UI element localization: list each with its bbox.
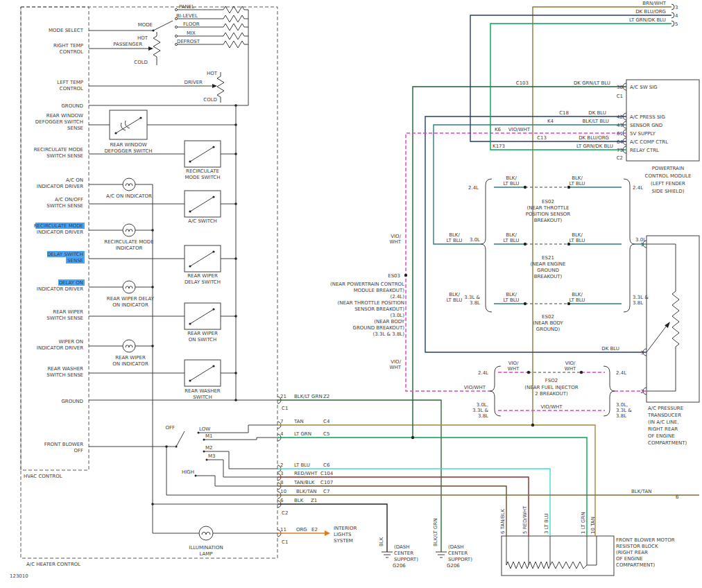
pin-number: 64: [617, 139, 623, 145]
ground-symbol-g206-1: [382, 552, 393, 557]
splice-location-label: 2 BREAKOUT): [535, 391, 568, 397]
rear-window-defogger-switch: [89, 110, 236, 139]
wire-color-label: VIO/: [508, 361, 519, 366]
doc-number: 123010: [10, 573, 28, 579]
splice-name: ES02: [542, 314, 554, 320]
hvac-signal-label: INDICATOR DRIVER: [37, 184, 83, 189]
transducer-potentiometer: [647, 244, 679, 391]
ground-location-label: CENTER: [448, 551, 468, 556]
component-caption: RECIRCULATE: [186, 168, 219, 174]
hvac-signal-label: RECIRCULATE MODE: [34, 147, 83, 153]
pin-number: 2: [280, 462, 283, 468]
component-caption: ON SWITCH: [189, 337, 216, 343]
hvac-signal-label: OFF: [74, 448, 83, 453]
wire-color-label: LT GRN: [294, 431, 311, 437]
resistor-block-elements: [506, 536, 597, 569]
blower-position-label: OFF: [165, 425, 175, 431]
connector-label: C1: [282, 406, 288, 411]
wire-color-label: LT BLU: [570, 181, 585, 187]
pin-number: 10: [280, 489, 286, 494]
wire-color-label: VIO/: [391, 234, 401, 239]
splice-location-label: GROUND: [537, 268, 559, 273]
ground-name: G206: [393, 563, 406, 569]
wire-color-label: WHT: [508, 366, 520, 372]
component-caption: DEFOGGER SWITCH: [104, 148, 152, 154]
pin-number: 11: [280, 527, 286, 533]
splice-location-label: (NEAR POWERTRAIN CONTROL: [330, 282, 404, 287]
hvac-signal-label: INDICATOR DRIVER: [37, 230, 83, 235]
transducer-caption: RIGHT REAR: [648, 426, 678, 432]
ground-location-label: SUPPORT): [394, 557, 418, 562]
blower-position-label: LOW: [199, 426, 210, 432]
mode-position-label: FLOOR: [183, 21, 200, 27]
hvac-signal-label: INDICATOR DRIVER: [37, 286, 83, 292]
blower-position-label: M2: [205, 445, 213, 451]
wire-color-label: TAN/BLK: [293, 480, 315, 485]
component-caption: ILLUMINATION: [189, 545, 223, 551]
splice-location-label: (NEAR BODY: [374, 319, 404, 325]
wire-color-label: BLK/: [449, 232, 460, 238]
component-caption: RECIRCULATE MODE: [104, 239, 153, 245]
hvac-signal-label: REAR WINDOW: [46, 113, 83, 119]
mode-select-switch: [89, 6, 248, 105]
wire-color-label: DK BLU/ORG: [579, 135, 609, 141]
pcm-signal-label: A/C PRESS SIG: [630, 114, 665, 120]
hvac-signal-label-highlighted: DELAY ON: [59, 280, 83, 286]
pin-number: 7: [280, 419, 283, 424]
pin-number: 43: [617, 123, 623, 128]
wire-color-label: RED/WHT: [294, 471, 318, 476]
mode-position-label: DEFROST: [177, 39, 200, 44]
pin-number: 42: [617, 114, 623, 120]
wire-lt-blu: [277, 469, 550, 536]
wire-blk: [277, 504, 387, 552]
blower-position-label: M1: [205, 433, 213, 439]
ground-location-label: SUPPORT): [448, 557, 472, 562]
transducer-caption: TRANSDUCER: [647, 413, 681, 418]
wire-color-label: DK GRN/LT BLU: [574, 80, 610, 86]
pot-cold-label: COLD: [134, 60, 148, 65]
engine-label: 3.8L: [616, 413, 626, 419]
component-caption: REAR WIPER: [187, 273, 218, 279]
wire-color-label: DK BLU/ORG: [635, 9, 666, 15]
wire-color-label: BLK/LT GRN: [294, 394, 323, 399]
pcm-signal-label: SENSOR GND: [630, 123, 662, 128]
wire-color-label: LT BLU: [504, 181, 520, 187]
mode-position-label: MIX: [187, 31, 196, 36]
splice-location-label: (NEAR ENGINE: [530, 261, 565, 267]
hvac-signal-label: REAR WASHER: [48, 366, 84, 372]
hvac-signal-label: DEFOGGER SWITCH: [35, 119, 83, 125]
wire-color-label: DK BLU: [601, 346, 619, 352]
connector-label: K4: [547, 119, 554, 124]
pcm-caption: SIDE SHIELD): [652, 189, 685, 194]
mode-position-label: BI-LEVEL: [176, 13, 198, 19]
blower-position-label: M3: [208, 453, 216, 459]
mode-switch-label: MODE: [138, 22, 153, 28]
hvac-signal-label: SWITCH SENSE: [46, 203, 83, 209]
illumination-lamp: [199, 526, 277, 540]
hvac-signal-label-highlighted: SENSE: [67, 258, 83, 263]
wire-color-label: TAN: [293, 419, 304, 424]
mode-position-label: PANEL: [179, 4, 194, 10]
wire-color-label: BLK/: [506, 232, 517, 238]
top-right-connector-ticks: [671, 4, 674, 26]
hvac-signal-label: GROUND: [61, 103, 83, 109]
hvac-signal-label: MODE SELECT: [49, 28, 84, 33]
interior-lights-arrow: [325, 530, 330, 536]
connector-label: C13: [537, 135, 547, 141]
blower-resistor-block-box: [502, 536, 614, 576]
ground-location-label: (DASH: [448, 544, 464, 550]
circuit-label: C4: [323, 419, 330, 424]
passenger-temp-potentiometer: [89, 32, 160, 65]
component-caption: REAR WIPER DELAY: [107, 296, 155, 302]
splice-location-label: (NEAR FUEL INJECTOR: [524, 385, 578, 390]
component-caption: REAR WINDOW: [110, 142, 146, 148]
pcm-caption: (LEFT FENDER: [651, 181, 685, 187]
wire-color-label: LT BLU: [447, 297, 463, 303]
resistor-block-caption: OF ENGINE: [616, 556, 643, 562]
ground-location-label: (DASH: [394, 544, 410, 550]
wire-color-label: VIO/WHT: [508, 127, 531, 132]
blower-position-label: HIGH: [182, 469, 194, 475]
splice-location-label: (NEAR THROTTLE: [527, 205, 570, 211]
pot-hot-label: HOT: [137, 35, 148, 41]
connector-label: C2: [282, 510, 288, 516]
